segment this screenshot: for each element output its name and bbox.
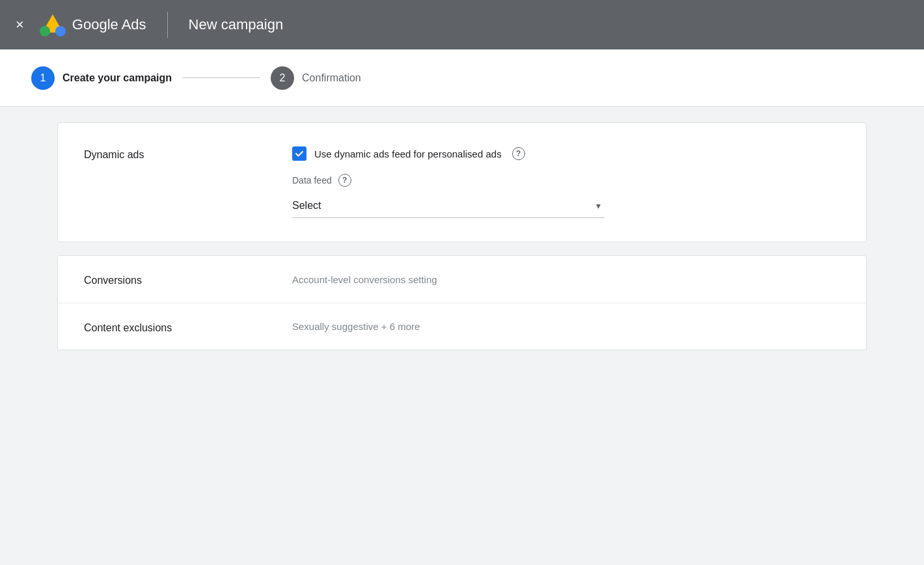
- svg-point-1: [55, 26, 66, 36]
- app-logo: Google Ads: [40, 12, 146, 38]
- dynamic-ads-checkbox-row: Use dynamic ads feed for personalised ad…: [292, 146, 840, 161]
- app-name-label: Google Ads: [72, 16, 146, 33]
- conversions-value: Account-level conversions setting: [292, 274, 437, 285]
- content-exclusions-value: Sexually suggestive + 6 more: [292, 321, 420, 332]
- data-feed-help-icon[interactable]: ?: [338, 174, 351, 187]
- content-exclusions-row: Content exclusions Sexually suggestive +…: [58, 303, 866, 350]
- app-header: × Google Ads New campaign: [0, 0, 924, 49]
- step-2-label: Confirmation: [302, 72, 361, 84]
- settings-card: Conversions Account-level conversions se…: [57, 255, 867, 350]
- dynamic-ads-label: Dynamic ads: [84, 146, 292, 161]
- page-title: New campaign: [189, 16, 284, 33]
- data-feed-select[interactable]: Select: [292, 193, 605, 218]
- step-2[interactable]: 2 Confirmation: [271, 66, 361, 90]
- step-2-circle: 2: [271, 66, 294, 90]
- dynamic-ads-row: Dynamic ads Use dynamic ads feed for per…: [58, 123, 866, 241]
- step-1-circle: 1: [31, 66, 55, 90]
- stepper: 1 Create your campaign 2 Confirmation: [0, 49, 924, 107]
- checkmark-icon: [295, 149, 304, 158]
- step-1-label: Create your campaign: [62, 72, 172, 84]
- dynamic-ads-content: Use dynamic ads feed for personalised ad…: [292, 146, 840, 218]
- dynamic-ads-checkbox-label: Use dynamic ads feed for personalised ad…: [314, 148, 502, 159]
- conversions-row: Conversions Account-level conversions se…: [58, 256, 866, 303]
- main-content: Dynamic ads Use dynamic ads feed for per…: [0, 107, 924, 379]
- dynamic-ads-card: Dynamic ads Use dynamic ads feed for per…: [57, 122, 867, 242]
- data-feed-label: Data feed ?: [292, 174, 840, 187]
- data-feed-section: Data feed ? Select ▾: [292, 174, 840, 218]
- step-1[interactable]: 1 Create your campaign: [31, 66, 172, 90]
- dynamic-ads-help-icon[interactable]: ?: [512, 147, 525, 160]
- dynamic-ads-checkbox[interactable]: [292, 146, 306, 161]
- close-icon[interactable]: ×: [16, 18, 24, 32]
- svg-point-2: [40, 26, 50, 36]
- conversions-label: Conversions: [84, 272, 292, 286]
- step-connector: [182, 77, 260, 78]
- content-exclusions-label: Content exclusions: [84, 320, 292, 334]
- google-ads-logo-icon: [40, 12, 66, 38]
- header-divider: [167, 12, 168, 38]
- data-feed-select-wrapper: Select ▾: [292, 193, 605, 218]
